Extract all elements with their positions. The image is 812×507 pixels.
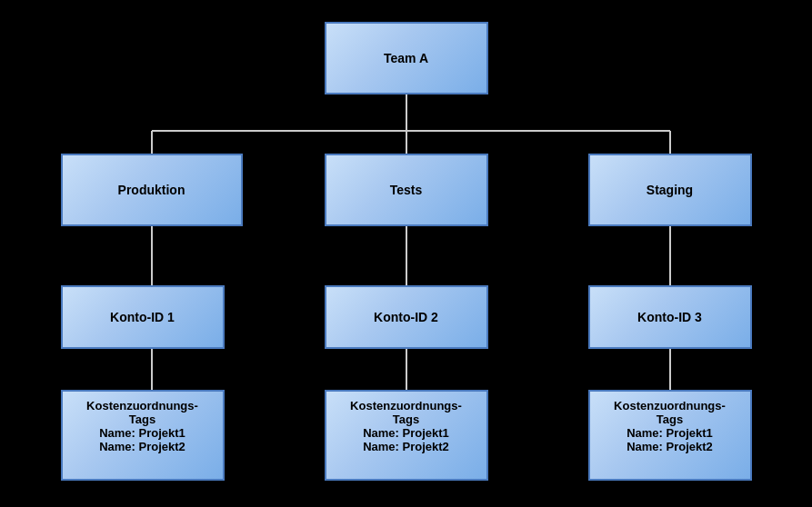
org-chart: Team A Produktion Tests Staging Konto-ID…	[15, 13, 797, 494]
node-staging: Staging	[588, 154, 752, 226]
node-produktion-label: Produktion	[118, 183, 185, 197]
node-konto1: Konto-ID 1	[61, 285, 225, 349]
node-konto2: Konto-ID 2	[325, 285, 488, 349]
node-cost3-text: Kostenzuordnungs-TagsName: Projekt1Name:…	[599, 399, 741, 453]
node-konto3-label: Konto-ID 3	[637, 310, 702, 324]
node-cost2: Kostenzuordnungs-TagsName: Projekt1Name:…	[325, 390, 488, 481]
node-konto3: Konto-ID 3	[588, 285, 752, 349]
node-team-a-label: Team A	[384, 51, 428, 65]
node-cost1-text: Kostenzuordnungs-TagsName: Projekt1Name:…	[72, 399, 214, 453]
node-staging-label: Staging	[647, 183, 693, 197]
node-konto2-label: Konto-ID 2	[374, 310, 438, 324]
node-team-a: Team A	[325, 22, 488, 94]
node-tests: Tests	[325, 154, 488, 226]
node-cost3: Kostenzuordnungs-TagsName: Projekt1Name:…	[588, 390, 752, 481]
node-konto1-label: Konto-ID 1	[110, 310, 175, 324]
node-cost1: Kostenzuordnungs-TagsName: Projekt1Name:…	[61, 390, 225, 481]
node-tests-label: Tests	[390, 183, 423, 197]
node-produktion: Produktion	[61, 154, 243, 226]
node-cost2-text: Kostenzuordnungs-TagsName: Projekt1Name:…	[336, 399, 477, 453]
